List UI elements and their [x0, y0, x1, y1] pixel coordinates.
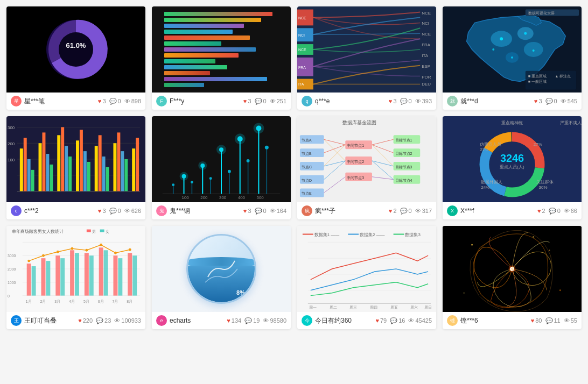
- avatar-2: F: [156, 96, 167, 106]
- comment-icon-1: 💬: [109, 98, 117, 105]
- svg-point-229: [487, 301, 488, 302]
- likes-5: ♥3: [98, 208, 106, 214]
- svg-rect-58: [83, 151, 87, 191]
- card-6[interactable]: 100 200 300 400 500: [152, 116, 291, 219]
- card-3[interactable]: NCE NCI NCE FRA ITA ESP POR DEU NCE NCI …: [297, 6, 436, 110]
- card-2[interactable]: F F***y ♥3 💬0 👁251: [152, 6, 291, 110]
- comment-icon-4: 💬: [545, 98, 553, 105]
- comments-10: 💬19: [244, 317, 260, 324]
- card-12[interactable]: 铿 铿***6 ♥80 💬11 👁55: [443, 226, 582, 329]
- card-info-4: 就 就***d ♥3 💬0 👁545: [443, 93, 582, 110]
- svg-rect-64: [113, 143, 116, 191]
- svg-text:目标节点4: 目标节点4: [395, 179, 412, 183]
- svg-text:数据集2 ——: 数据集2 ——: [360, 232, 385, 237]
- svg-text:61.0%: 61.0%: [66, 41, 86, 49]
- avatar-1: 星: [11, 96, 22, 106]
- svg-text:100: 100: [8, 158, 15, 162]
- comments-12: 💬11: [545, 317, 561, 324]
- heart-icon-7: ♥: [389, 208, 393, 214]
- svg-point-100: [247, 159, 250, 162]
- svg-line-140: [372, 145, 394, 166]
- svg-rect-56: [76, 140, 79, 191]
- avatar-10: e: [156, 315, 167, 326]
- card-info-6: 鬼 鬼***钢 ♥3 💬0 👁164: [152, 202, 291, 219]
- wave-logo: 8%: [186, 234, 256, 304]
- svg-text:NCI: NCI: [422, 21, 429, 26]
- svg-text:周六: 周六: [410, 305, 418, 309]
- svg-text:男: 男: [92, 230, 96, 233]
- svg-text:目标节点1: 目标节点1: [395, 138, 412, 143]
- svg-text:ITA: ITA: [298, 82, 304, 86]
- avatar-3: q: [302, 96, 312, 106]
- eye-icon-4: 👁: [561, 98, 566, 104]
- svg-rect-160: [100, 230, 104, 232]
- svg-rect-158: [87, 230, 91, 232]
- username-9: 王叮叮当叠: [24, 316, 75, 325]
- svg-text:中间节点2: 中间节点2: [347, 160, 364, 164]
- svg-point-25: [500, 37, 503, 40]
- views-8: 👁66: [564, 208, 577, 214]
- svg-line-137: [372, 177, 394, 180]
- eye-icon-9: 👁: [114, 317, 120, 324]
- eye-icon-10: 👁: [263, 317, 269, 324]
- svg-point-191: [85, 249, 88, 252]
- svg-text:ESP: ESP: [422, 64, 430, 69]
- svg-text:节点A: 节点A: [302, 138, 312, 143]
- svg-rect-65: [117, 132, 120, 191]
- likes-10: ♥134: [227, 317, 241, 324]
- views-7: 👁317: [415, 208, 432, 214]
- username-2: F***y: [170, 97, 241, 105]
- svg-point-98: [228, 170, 231, 173]
- svg-text:200: 200: [8, 141, 15, 146]
- card-5[interactable]: 300 200 100: [6, 116, 145, 219]
- svg-rect-69: [136, 138, 139, 191]
- svg-point-192: [100, 244, 102, 246]
- svg-text:周五: 周五: [390, 305, 398, 309]
- card-info-3: q q***e ♥3 💬0 👁393: [297, 93, 436, 110]
- likes-1: ♥ 3: [98, 98, 106, 104]
- svg-rect-67: [124, 159, 128, 191]
- svg-text:300: 300: [8, 125, 15, 130]
- card-9[interactable]: 单年商场顾客男女人数统计 男 女 0 1000 2000 3000: [6, 226, 145, 329]
- svg-text:■ 一般区域: ■ 一般区域: [528, 80, 547, 83]
- svg-text:数据集1 ——: 数据集1 ——: [314, 232, 340, 237]
- card-1[interactable]: 61.0% 星 星***笔 ♥ 3 💬 0 👁 898: [6, 6, 145, 110]
- svg-line-134: [372, 145, 394, 153]
- card-7[interactable]: 数据库基金流图 节点A 节点B 节点C 节点D 节点E 中间节点1 中间节点2 …: [297, 116, 436, 219]
- username-11: 今日有约360: [315, 316, 373, 325]
- comments-6: 💬0: [255, 208, 267, 215]
- svg-point-26: [524, 32, 527, 35]
- svg-text:NCE: NCE: [298, 16, 306, 20]
- avatar-7: 疯: [302, 205, 312, 216]
- username-6: 鬼***钢: [170, 207, 241, 216]
- heart-icon-1: ♥: [98, 98, 102, 104]
- likes-2: ♥3: [243, 98, 251, 104]
- avatar-5: c: [11, 205, 22, 216]
- comments-1: 💬 0: [109, 98, 121, 105]
- svg-rect-54: [65, 146, 68, 191]
- svg-text:3月: 3月: [54, 300, 60, 303]
- svg-text:3246: 3246: [500, 152, 524, 164]
- svg-rect-52: [57, 135, 60, 191]
- svg-text:100: 100: [182, 195, 190, 200]
- stats-10: ♥134 💬19 👁98580: [227, 317, 286, 324]
- card-10[interactable]: 8% e echarts ♥134 💬19 👁98580: [152, 226, 291, 329]
- svg-text:数据库基金流图: 数据库基金流图: [342, 120, 376, 126]
- card-info-5: c c***2 ♥3 💬0 👁626: [6, 202, 145, 219]
- username-3: q***e: [315, 97, 386, 105]
- card-info-11: 今 今日有约360 ♥79 💬16 👁45425: [297, 312, 436, 329]
- card-11[interactable]: 数据集1 —— 数据集2 —— 数据集3 周一 周二: [297, 226, 436, 329]
- svg-rect-63: [106, 167, 109, 191]
- svg-rect-180: [89, 255, 94, 295]
- svg-text:目标节点3: 目标节点3: [395, 165, 412, 169]
- svg-rect-176: [60, 258, 65, 295]
- svg-point-228: [533, 236, 534, 238]
- svg-text:27%: 27%: [480, 147, 488, 152]
- card-4[interactable]: 数据可视化大屏 ■ 重点区域 ■ 一般区域 ▲ 标注点 就 就***d ♥3 💬…: [443, 6, 582, 110]
- svg-text:NCE: NCE: [422, 32, 431, 37]
- svg-rect-51: [50, 165, 53, 191]
- svg-rect-172: [32, 266, 36, 296]
- card-8[interactable]: 重点精神统 严重不满人员 3246 重点人员(人) 仿重点人员 27: [443, 116, 582, 219]
- comments-2: 💬0: [255, 98, 267, 105]
- views-12: 👁55: [564, 317, 577, 324]
